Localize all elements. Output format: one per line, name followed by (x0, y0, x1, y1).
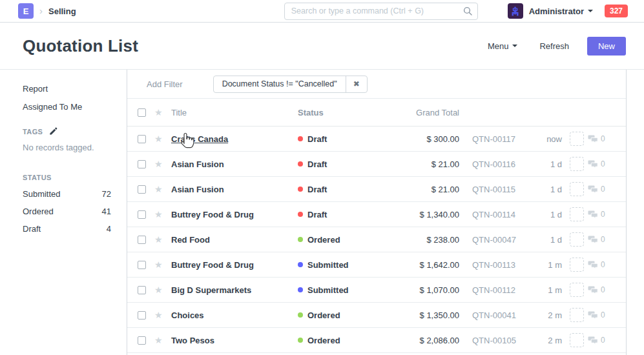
comment-count-value: 0 (601, 185, 605, 194)
remove-filter-icon[interactable]: ✖ (346, 76, 367, 92)
status-cell: Ordered (298, 235, 382, 245)
status-dot (298, 262, 303, 267)
row-title-link[interactable]: Crafts Canada (171, 134, 228, 144)
sidebar-status-filter[interactable]: Ordered 41 (23, 207, 111, 216)
comment-icon (588, 236, 598, 244)
row-checkbox[interactable] (138, 311, 146, 320)
row-id-link[interactable]: QTN-00112 (472, 285, 534, 295)
assign-avatar-placeholder[interactable] (570, 258, 584, 272)
refresh-button[interactable]: Refresh (539, 41, 569, 51)
select-all-checkbox[interactable] (138, 108, 146, 117)
table-row[interactable]: ★ Asian Fusion Draft $ 21.00 QTN-00116 1… (127, 152, 626, 177)
star-icon[interactable]: ★ (154, 159, 165, 168)
row-checkbox[interactable] (138, 185, 146, 194)
row-id-link[interactable]: QTN-00117 (472, 134, 534, 144)
row-title-link[interactable]: Big D Supermarkets (171, 285, 251, 295)
assign-avatar-placeholder[interactable] (570, 157, 584, 171)
row-title-link[interactable]: Choices (171, 310, 204, 320)
notification-badge[interactable]: 327 (605, 5, 628, 17)
sidebar-link[interactable]: Report (23, 84, 111, 94)
row-id-link[interactable]: QTN-00113 (472, 260, 534, 270)
top-navbar: E › Selling (0, 0, 644, 23)
row-title-link[interactable]: Buttrey Food & Drug (171, 260, 254, 270)
grand-total-value: $ 21.00 (382, 185, 459, 194)
row-id-link[interactable]: QTN-00115 (472, 185, 534, 194)
modified-time: 1 m (534, 285, 562, 295)
comment-icon (588, 261, 598, 269)
row-title-link[interactable]: Asian Fusion (171, 185, 224, 194)
row-title-link[interactable]: Two Pesos (171, 336, 214, 345)
star-icon[interactable]: ★ (154, 235, 165, 244)
row-id-link[interactable]: QTN-00041 (472, 310, 534, 320)
status-cell: Draft (298, 210, 382, 219)
table-row[interactable]: ★ Crafts Canada Draft $ 300.00 QTN-00117… (127, 127, 626, 152)
status-label: Ordered (307, 235, 340, 245)
row-title-link[interactable]: Buttrey Food & Drug (171, 210, 254, 219)
row-id-link[interactable]: QTN-00116 (472, 159, 534, 169)
assign-avatar-placeholder[interactable] (570, 283, 584, 297)
sidebar-status-filter[interactable]: Draft 4 (23, 224, 111, 234)
row-id-link[interactable]: QTN-00047 (472, 235, 534, 245)
assign-avatar-placeholder[interactable] (570, 132, 584, 146)
breadcrumb[interactable]: Selling (48, 6, 76, 16)
assign-avatar-placeholder[interactable] (570, 232, 584, 247)
comment-count-value: 0 (601, 159, 605, 168)
table-row[interactable]: ★ Asian Fusion Draft $ 21.00 QTN-00115 1… (127, 177, 626, 202)
row-checkbox[interactable] (138, 261, 146, 269)
star-icon[interactable]: ★ (154, 310, 165, 320)
comment-count: 0 (588, 336, 616, 345)
status-filter-label: Ordered (23, 207, 54, 216)
status-label: Ordered (307, 310, 340, 320)
row-checkbox[interactable] (138, 236, 146, 244)
table-row[interactable]: ★ Choices Ordered $ 1,350.00 QTN-00041 2… (127, 303, 626, 328)
star-icon[interactable]: ★ (154, 134, 165, 143)
row-checkbox[interactable] (138, 210, 146, 219)
column-grand-total: Grand Total (382, 108, 459, 117)
row-title-link[interactable]: Red Food (171, 235, 210, 245)
row-checkbox[interactable] (138, 336, 146, 345)
app-logo[interactable]: E (18, 3, 34, 19)
star-icon[interactable]: ★ (154, 285, 165, 294)
row-checkbox[interactable] (138, 286, 146, 294)
user-menu[interactable]: Administrator (508, 3, 593, 19)
table-row[interactable]: ★ Red Food Ordered $ 238.00 QTN-00047 1 … (127, 227, 626, 252)
status-dot (298, 136, 303, 141)
row-id-link[interactable]: QTN-00105 (472, 336, 534, 345)
search-input[interactable] (284, 3, 478, 20)
comment-icon (588, 185, 598, 194)
filter-condition[interactable]: Document Status != "Cancelled" (214, 76, 346, 92)
status-dot (298, 312, 303, 318)
table-row[interactable]: ★ Two Pesos Ordered $ 2,086.00 QTN-00105… (127, 328, 626, 353)
edit-tags-pencil-icon[interactable] (49, 127, 57, 136)
comment-count: 0 (588, 159, 616, 168)
robot-icon (510, 6, 520, 16)
comment-count-value: 0 (601, 336, 605, 345)
status-label: Submitted (307, 260, 349, 270)
assign-avatar-placeholder[interactable] (570, 207, 584, 221)
assign-avatar-placeholder[interactable] (570, 308, 584, 322)
status-filter-label: Draft (23, 224, 41, 234)
star-icon[interactable]: ★ (154, 210, 165, 219)
tags-heading-label: TAGS (23, 128, 43, 136)
star-icon[interactable]: ★ (154, 260, 165, 269)
table-row[interactable]: ★ Big D Supermarkets Submitted $ 1,070.0… (127, 278, 626, 303)
add-filter-button[interactable]: Add Filter (147, 79, 183, 89)
table-row[interactable]: ★ Buttrey Food & Drug Submitted $ 1,642.… (127, 252, 626, 278)
assign-avatar-placeholder[interactable] (570, 333, 584, 347)
sidebar-link[interactable]: Assigned To Me (23, 102, 111, 112)
row-id-link[interactable]: QTN-00114 (472, 210, 534, 219)
comment-count-value: 0 (601, 285, 605, 294)
menu-button[interactable]: Menu (488, 41, 518, 51)
row-checkbox[interactable] (138, 160, 146, 168)
assign-avatar-placeholder[interactable] (570, 182, 584, 196)
status-cell: Draft (298, 159, 382, 169)
star-icon[interactable]: ★ (154, 185, 165, 194)
star-icon[interactable]: ★ (154, 336, 165, 345)
row-checkbox[interactable] (138, 135, 146, 143)
table-row[interactable]: ★ Buttrey Food & Drug Draft $ 1,340.00 Q… (127, 202, 626, 227)
column-status: Status (298, 108, 382, 117)
row-title-link[interactable]: Asian Fusion (171, 159, 224, 169)
status-label: Submitted (307, 285, 349, 295)
new-button[interactable]: New (587, 37, 626, 56)
sidebar-status-filter[interactable]: Submitted 72 (23, 189, 111, 199)
